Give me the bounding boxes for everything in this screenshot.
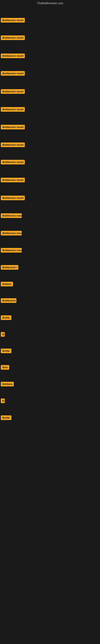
result-row-7: Bottleneck result [1, 125, 25, 130]
bottleneck-badge-19[interactable]: B [1, 332, 5, 337]
bottleneck-badge-8[interactable]: Bottleneck result [1, 142, 25, 147]
result-row-19: B [1, 332, 5, 338]
bottleneck-badge-4[interactable]: Bottleneck result [1, 71, 25, 76]
result-row-18: Bottle [1, 315, 11, 321]
result-row-5: Bottleneck result [1, 89, 25, 94]
result-row-10: Bottleneck result [1, 178, 25, 183]
result-row-2: Bottleneck result [1, 36, 25, 41]
bottleneck-badge-20[interactable]: Bottle [1, 348, 11, 353]
site-header: TheBottlenecker.com [0, 0, 100, 6]
bottleneck-badge-10[interactable]: Bottleneck result [1, 178, 25, 182]
bottleneck-badge-12[interactable]: Bottleneck resu [1, 213, 22, 218]
result-row-22: Bottlens [1, 382, 14, 387]
result-row-11: Bottleneck result [1, 196, 25, 201]
result-row-20: Bottle [1, 348, 11, 354]
bottleneck-badge-11[interactable]: Bottleneck result [1, 196, 25, 200]
result-row-6: Bottleneck result [1, 107, 25, 112]
result-row-4: Bottleneck result [1, 71, 25, 76]
bottleneck-badge-9[interactable]: Bottleneck result [1, 160, 25, 164]
result-row-9: Bottleneck result [1, 160, 25, 165]
bottleneck-badge-16[interactable]: Bottlen [1, 282, 13, 286]
result-row-17: Bottleneck [1, 298, 16, 304]
result-row-3: Bottleneck result [1, 54, 25, 59]
result-row-23: B [1, 398, 5, 404]
bottleneck-badge-14[interactable]: Bottleneck resu [1, 248, 22, 252]
bottleneck-badge-1[interactable]: Bottleneck result [1, 18, 25, 22]
bottleneck-badge-3[interactable]: Bottleneck result [1, 54, 25, 58]
bottleneck-badge-2[interactable]: Bottleneck result [1, 36, 25, 40]
bottleneck-badge-23[interactable]: B [1, 398, 5, 403]
bottleneck-badge-24[interactable]: Bottle [1, 416, 11, 420]
site-title: TheBottlenecker.com [0, 0, 100, 6]
result-row-13: Bottleneck resu [1, 231, 22, 236]
result-row-16: Bottlen [1, 282, 13, 287]
bottleneck-badge-21[interactable]: Bott [1, 365, 9, 370]
result-row-1: Bottleneck result [1, 18, 25, 23]
result-row-14: Bottleneck resu [1, 248, 22, 253]
badges-container: Bottleneck resultBottleneck resultBottle… [0, 6, 100, 644]
bottleneck-badge-15[interactable]: Bottleneck r [1, 265, 18, 270]
bottleneck-badge-22[interactable]: Bottlens [1, 382, 14, 386]
bottleneck-badge-5[interactable]: Bottleneck result [1, 89, 25, 94]
result-row-15: Bottleneck r [1, 265, 18, 270]
bottleneck-badge-7[interactable]: Bottleneck result [1, 125, 25, 130]
result-row-21: Bott [1, 365, 9, 370]
bottleneck-badge-6[interactable]: Bottleneck result [1, 107, 25, 112]
result-row-24: Bottle [1, 416, 11, 421]
result-row-12: Bottleneck resu [1, 213, 22, 219]
result-row-8: Bottleneck result [1, 142, 25, 148]
bottleneck-badge-13[interactable]: Bottleneck resu [1, 231, 22, 236]
bottleneck-badge-18[interactable]: Bottle [1, 315, 11, 320]
bottleneck-badge-17[interactable]: Bottleneck [1, 298, 16, 303]
